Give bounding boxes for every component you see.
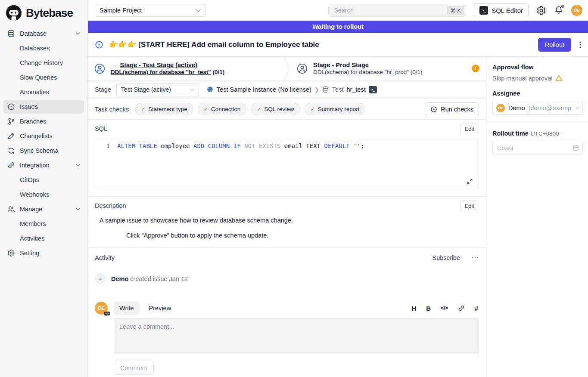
hash-icon[interactable]: # (475, 305, 478, 312)
rollout-time-field-wrap (492, 141, 583, 155)
stage-title: Stage - Prod Stage (313, 62, 422, 68)
search-input[interactable] (328, 4, 466, 17)
bold-icon[interactable]: B (426, 305, 431, 312)
breadcrumb-chevron-icon: ❯ (314, 87, 319, 93)
run-checks-button[interactable]: Run checks (425, 102, 479, 116)
issue-status-banner: Waiting to rollout (88, 21, 588, 33)
kebab-menu-icon[interactable] (579, 41, 581, 48)
sidebar-item-label: Members (20, 220, 46, 227)
sidebar-item-anomalies[interactable]: Anomalies (3, 85, 84, 99)
open-in-sql-editor-icon[interactable]: >_ (369, 86, 377, 93)
stage-select-value: Test Stage (active) (121, 86, 171, 93)
settings-gear-icon[interactable] (536, 6, 546, 15)
stage-progress: (0/1) (212, 69, 224, 75)
task-check-pill-statement-type[interactable]: ✓Statement type (135, 103, 193, 115)
task-check-label: Statement type (148, 106, 187, 112)
activity-menu-icon[interactable]: ··· (472, 254, 479, 261)
stage-task: DDL(schema) for database "hr_test" (111, 69, 211, 75)
sql-token-keyword: DEFAULT (324, 142, 349, 149)
sql-token-keyword: ADD COLUMN IF (193, 142, 241, 149)
sidebar-item-gitops[interactable]: GitOps (3, 173, 84, 187)
database-link[interactable]: hr_test (346, 86, 365, 93)
brand-logo[interactable]: Bytebase (0, 0, 87, 25)
sql-edit-button[interactable]: Edit (460, 123, 479, 134)
subscribe-button[interactable]: Subscribe (432, 254, 460, 261)
tab-preview[interactable]: Preview (143, 302, 177, 315)
code-icon[interactable]: </> (441, 305, 448, 311)
sidebar-item-branches[interactable]: Branches (3, 114, 84, 128)
sidebar-item-members[interactable]: Members (3, 217, 84, 231)
instance-link[interactable]: Test Sample Instance (No license) (217, 86, 311, 93)
sidebar-item-databases[interactable]: Databases (3, 41, 84, 55)
stage-card-test[interactable]: →Stage - Test Stage (active) DDL(schema)… (88, 57, 283, 80)
user-avatar[interactable]: DE (571, 5, 582, 16)
branch-icon (7, 117, 15, 125)
heading-icon[interactable]: H (411, 305, 416, 312)
sidebar-item-sync-schema[interactable]: Sync Schema (3, 144, 84, 158)
sidebar-item-label: Manage (20, 206, 42, 213)
check-success-icon: ✓ (311, 106, 315, 112)
sidebar-item-integration[interactable]: Integration (3, 158, 84, 172)
plus-icon: + (95, 273, 106, 284)
stage-select[interactable]: Test Stage (active) (116, 83, 199, 96)
task-check-pill-connection[interactable]: ✓Connection (198, 103, 246, 115)
task-check-pill-summary-report[interactable]: ✓Summary report (305, 103, 366, 115)
tab-write[interactable]: Write (114, 302, 140, 315)
sql-section: SQL Edit 1 ALTER TABLE employee ADD COLU… (88, 120, 486, 197)
sql-editor-button[interactable]: >_ SQL Editor (474, 3, 529, 17)
comment-tabs: Write Preview HB</># (114, 302, 479, 315)
rollout-time-input[interactable] (492, 141, 583, 155)
sidebar-item-manage[interactable]: Manage (3, 202, 84, 216)
sidebar-item-label: Branches (20, 118, 46, 125)
chevron-down-icon (196, 9, 201, 12)
sql-token-muted: NOT EXISTS (244, 142, 280, 149)
comment-avatar-wrap: DE (95, 302, 108, 316)
warning-triangle-icon (555, 74, 563, 82)
expand-editor-icon[interactable] (467, 178, 473, 185)
sidebar-item-issues[interactable]: Issues (3, 100, 84, 114)
stage-title: Stage - Test Stage (active) (120, 62, 197, 68)
task-check-pill-sql-review[interactable]: ✓SQL review (251, 103, 300, 115)
stage-task: DDL(schema) for database "hr_prod" (313, 69, 409, 75)
sidebar-item-label: Database (20, 30, 47, 37)
stage-separator (283, 57, 290, 80)
task-check-label: Summary report (318, 106, 360, 112)
search-box: ⌘ K (328, 4, 466, 17)
rollout-time-title: Rollout time (492, 130, 529, 137)
issue-main-column: →Stage - Test Stage (active) DDL(schema)… (88, 57, 486, 377)
project-select[interactable]: Sample Project (95, 4, 205, 17)
issues-icon (7, 103, 15, 111)
comment-main: Write Preview HB</># Comment (114, 302, 479, 375)
assignee-select[interactable]: DE Demo (demo@example (492, 101, 583, 115)
integration-icon (7, 161, 15, 169)
comment-input[interactable] (114, 318, 479, 353)
description-edit-button[interactable]: Edit (460, 200, 479, 211)
sidebar-item-label: Setting (20, 250, 39, 256)
sidebar-item-database[interactable]: Database (3, 27, 84, 40)
sidebar-item-slow-queries[interactable]: Slow Queries (3, 71, 84, 84)
activity-actor[interactable]: Demo (111, 275, 128, 282)
rollout-button[interactable]: Rollout (538, 38, 571, 52)
sql-editor[interactable]: 1 ALTER TABLE employee ADD COLUMN IF NOT… (95, 138, 479, 189)
topbar: Sample Project ⌘ K >_ SQL Editor (88, 0, 588, 21)
current-stage-arrow: → (111, 62, 117, 68)
task-check-list: ✓Statement type✓Connection✓SQL review✓Su… (135, 103, 365, 115)
comment-submit-button[interactable]: Comment (114, 361, 154, 375)
notifications-bell-icon[interactable] (554, 6, 563, 15)
link-icon[interactable] (458, 305, 465, 312)
sidebar-item-webhooks[interactable]: Webhooks (3, 188, 84, 201)
sql-token-plain (241, 142, 244, 149)
sidebar-item-change-history[interactable]: Change History (3, 56, 84, 70)
postgresql-icon (206, 86, 214, 93)
sidebar-item-setting[interactable]: Setting (3, 246, 84, 260)
sql-token-plain (350, 142, 353, 149)
bytebase-logo-icon (6, 5, 22, 21)
stage-card-prod[interactable]: Stage - Prod Stage DDL(schema) for datab… (290, 57, 486, 80)
check-success-icon: ✓ (141, 106, 145, 112)
chevron-down-icon (575, 106, 580, 109)
sidebar-item-activities[interactable]: Activities (3, 232, 84, 245)
brand-name: Bytebase (26, 6, 73, 20)
sidebar-item-changelists[interactable]: Changelists (3, 129, 84, 143)
calendar-icon (572, 145, 579, 151)
chevron-down-icon (76, 208, 80, 210)
